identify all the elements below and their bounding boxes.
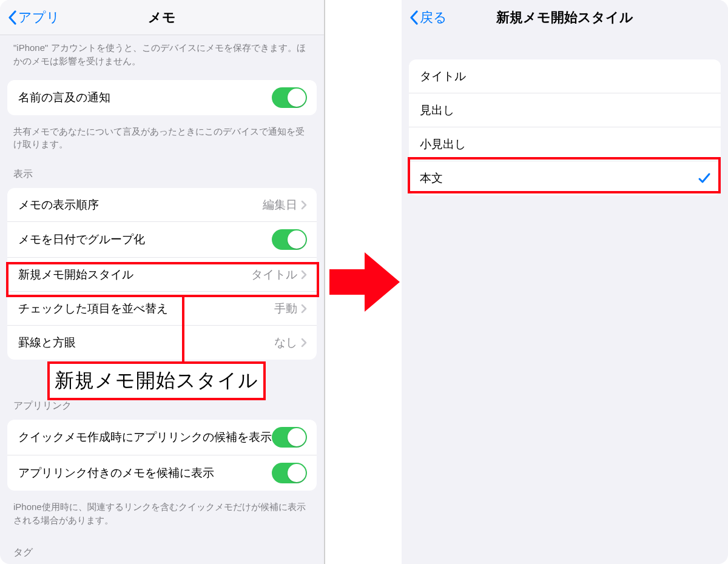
group-applink: クイックメモ作成時にアプリリンクの候補を表示 アプリリンク付きのメモを候補に表示 <box>7 420 317 491</box>
show-label: アプリリンク付きのメモを候補に表示 <box>18 465 272 481</box>
settings-pane-style: 戻る 新規メモ開始スタイル タイトル見出し小見出し本文 <box>402 0 728 564</box>
style-option-row[interactable]: 本文 <box>409 161 721 195</box>
style-label: 新規メモ開始スタイル <box>18 267 251 283</box>
group-style-options: タイトル見出し小見出し本文 <box>409 59 721 195</box>
nav-bar: アプリ メモ <box>0 0 324 35</box>
style-option-row[interactable]: 小見出し <box>409 127 721 161</box>
callout-label: 新規メモ開始スタイル <box>47 361 266 400</box>
chevron-right-icon <box>301 270 307 280</box>
option-label: 見出し <box>420 102 711 118</box>
checkmark-icon <box>698 172 711 185</box>
row-quickmemo-suggest[interactable]: クイックメモ作成時にアプリリンクの候補を表示 <box>7 420 317 455</box>
account-footer: "iPhone" アカウントを使うと、このデバイスにメモを保存できます。ほかのメ… <box>0 35 324 76</box>
chevron-right-icon <box>301 338 307 347</box>
content-scroll: "iPhone" アカウントを使うと、このデバイスにメモを保存できます。ほかのメ… <box>0 35 324 564</box>
row-sort-order[interactable]: メモの表示順序 編集日 <box>7 188 317 222</box>
toggle-switch-on[interactable] <box>272 87 307 108</box>
group-label: メモを日付でグループ化 <box>18 232 272 247</box>
mention-footer: 共有メモであなたについて言及があったときにこのデバイスで通知を受け取ります。 <box>0 119 324 160</box>
group-mention: 名前の言及の通知 <box>7 80 317 115</box>
toggle-switch-on[interactable] <box>272 463 307 483</box>
page-title: 新規メモ開始スタイル <box>496 8 633 27</box>
applink-footer: iPhone使用時に、関連するリンクを含むクイックメモだけが候補に表示される場合… <box>0 494 324 535</box>
back-label: 戻る <box>420 8 447 27</box>
toggle-switch-on[interactable] <box>272 229 307 250</box>
checked-label: チェックした項目を並べ替え <box>18 301 274 317</box>
checked-value: 手動 <box>274 301 297 317</box>
chevron-right-icon <box>301 200 307 210</box>
sort-value: 編集日 <box>263 197 297 213</box>
display-header: 表示 <box>0 159 324 184</box>
chevron-left-icon <box>409 10 419 25</box>
option-label: タイトル <box>420 69 711 84</box>
quick-label: クイックメモ作成時にアプリリンクの候補を表示 <box>18 429 272 445</box>
back-label: アプリ <box>18 8 60 27</box>
row-group-by-date[interactable]: メモを日付でグループ化 <box>7 222 317 258</box>
style-option-row[interactable]: タイトル <box>409 59 721 93</box>
row-lines-grids[interactable]: 罫線と方眼 なし <box>7 326 317 360</box>
content-scroll: タイトル見出し小見出し本文 <box>402 35 728 211</box>
page-title: メモ <box>148 8 176 27</box>
style-value: タイトル <box>251 267 297 283</box>
option-label: 本文 <box>420 170 698 186</box>
toggle-switch-on[interactable] <box>272 427 307 448</box>
row-sort-checked[interactable]: チェックした項目を並べ替え 手動 <box>7 292 317 326</box>
arrow-right-icon <box>328 249 401 315</box>
chevron-left-icon <box>7 10 17 25</box>
back-button[interactable]: アプリ <box>7 0 60 35</box>
option-label: 小見出し <box>420 136 711 152</box>
nav-bar: 戻る 新規メモ開始スタイル <box>402 0 728 35</box>
grid-label: 罫線と方眼 <box>18 335 274 351</box>
back-button[interactable]: 戻る <box>409 0 447 35</box>
settings-pane-memo: アプリ メモ "iPhone" アカウントを使うと、このデバイスにメモを保存でき… <box>0 0 325 564</box>
sort-label: メモの表示順序 <box>18 197 263 213</box>
grid-value: なし <box>274 335 297 351</box>
style-option-row[interactable]: 見出し <box>409 93 721 127</box>
row-applink-show[interactable]: アプリリンク付きのメモを候補に表示 <box>7 455 317 491</box>
chevron-right-icon <box>301 304 307 314</box>
group-display: メモの表示順序 編集日 メモを日付でグループ化 新規メモ開始スタイル タイトル … <box>7 188 317 360</box>
tag-header: タグ <box>0 535 324 563</box>
row-new-note-style[interactable]: 新規メモ開始スタイル タイトル <box>7 258 317 292</box>
mention-label: 名前の言及の通知 <box>18 90 272 106</box>
transition-arrow-area <box>326 0 403 564</box>
row-mention-toggle[interactable]: 名前の言及の通知 <box>7 80 317 115</box>
